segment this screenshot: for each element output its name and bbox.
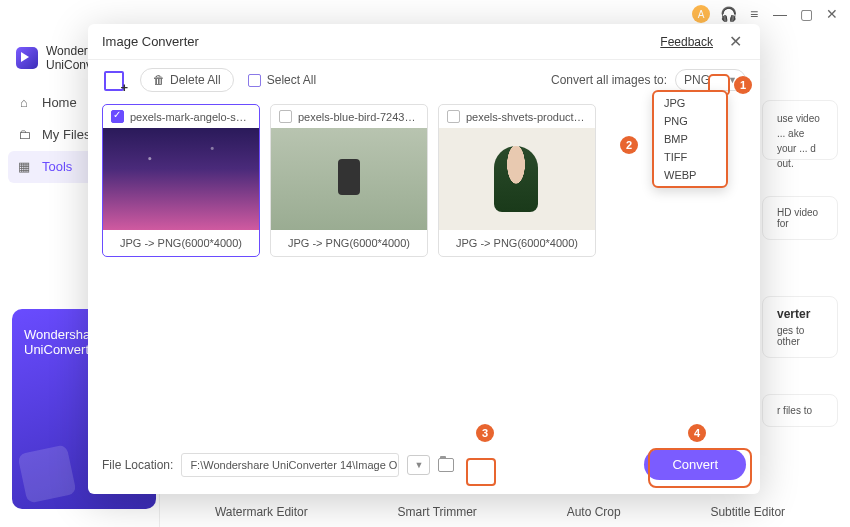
image-card[interactable]: pexels-mark-angelo-sam... JPG -> PNG(600… [102,104,260,257]
menu-icon[interactable]: ≡ [746,6,762,22]
minimize-icon[interactable]: — [772,6,788,22]
close-window-icon[interactable]: ✕ [824,6,840,22]
callout-3: 3 [476,424,494,442]
bg-card: verter ges to other [762,296,838,358]
tool-link[interactable]: Subtitle Editor [710,505,785,519]
checkbox-icon [248,74,261,87]
image-card[interactable]: pexels-shvets-production... JPG -> PNG(6… [438,104,596,257]
logo-icon [16,47,38,69]
image-conversion-info: JPG -> PNG(6000*4000) [103,230,259,256]
image-conversion-info: JPG -> PNG(6000*4000) [271,230,427,256]
file-location-label: File Location: [102,458,173,472]
image-thumbnail [103,128,259,230]
select-all-label: Select All [267,73,316,87]
image-checkbox[interactable] [111,110,124,123]
image-checkbox[interactable] [447,110,460,123]
image-filename: pexels-shvets-production... [466,111,587,123]
image-filename: pexels-blue-bird-7243156... [298,111,419,123]
home-icon: ⌂ [16,95,32,111]
sidebar-item-label: My Files [42,127,90,142]
trash-icon: 🗑 [153,73,165,87]
headset-icon[interactable]: 🎧 [720,6,736,22]
file-location-input[interactable]: F:\Wondershare UniConverter 14\Image Out… [181,453,399,477]
tools-icon: ▦ [16,159,32,175]
dropdown-option-webp[interactable]: WEBP [654,166,726,184]
maximize-icon[interactable]: ▢ [798,6,814,22]
promo-art-icon [17,444,76,503]
select-all-checkbox[interactable]: Select All [248,73,316,87]
tool-link[interactable]: Watermark Editor [215,505,308,519]
format-selected-value: PNG [684,73,710,87]
sidebar-item-label: Home [42,95,77,110]
delete-all-button[interactable]: 🗑 Delete All [140,68,234,92]
convert-to-label: Convert all images to: [551,73,667,87]
convert-button[interactable]: Convert [644,449,746,480]
modal-title: Image Converter [102,34,199,49]
image-checkbox[interactable] [279,110,292,123]
callout-2: 2 [620,136,638,154]
folder-icon: 🗀 [16,127,32,143]
delete-all-label: Delete All [170,73,221,87]
image-thumbnail [439,128,595,230]
image-conversion-info: JPG -> PNG(6000*4000) [439,230,595,256]
open-folder-icon[interactable] [438,458,454,472]
feedback-link[interactable]: Feedback [660,35,713,49]
format-dropdown: JPG PNG BMP TIFF WEBP [652,90,728,188]
dropdown-option-tiff[interactable]: TIFF [654,148,726,166]
file-location-dropdown[interactable]: ▼ [407,455,430,475]
callout-1: 1 [734,76,752,94]
bg-card: use video ... ake your ... d out. [762,100,838,160]
image-filename: pexels-mark-angelo-sam... [130,111,251,123]
bg-card: r files to [762,394,838,427]
modal-footer: File Location: F:\Wondershare UniConvert… [88,439,760,494]
dropdown-option-bmp[interactable]: BMP [654,130,726,148]
image-thumbnail [271,128,427,230]
tool-link[interactable]: Auto Crop [567,505,621,519]
image-card[interactable]: pexels-blue-bird-7243156... JPG -> PNG(6… [270,104,428,257]
image-converter-modal: Image Converter Feedback ✕ 🗑 Delete All … [88,24,760,494]
add-image-icon[interactable] [102,69,126,91]
dropdown-option-jpg[interactable]: JPG [654,94,726,112]
tool-link[interactable]: Smart Trimmer [398,505,477,519]
bottom-tools: Watermark Editor Smart Trimmer Auto Crop… [170,505,830,519]
callout-4: 4 [688,424,706,442]
close-icon[interactable]: ✕ [725,32,746,51]
dropdown-option-png[interactable]: PNG [654,112,726,130]
bg-card: HD video for [762,196,838,240]
avatar-icon[interactable]: A [692,5,710,23]
modal-header: Image Converter Feedback ✕ [88,24,760,60]
sidebar-item-label: Tools [42,159,72,174]
